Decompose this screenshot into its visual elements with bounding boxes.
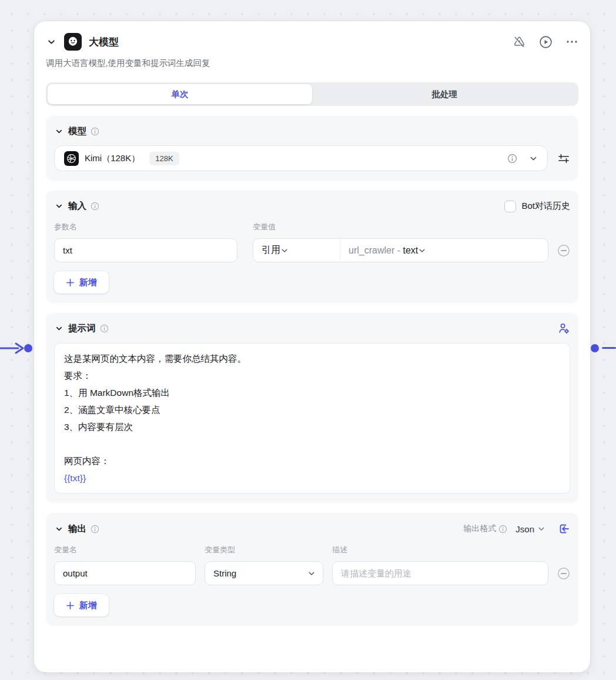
prompt-optimize-button[interactable]: [558, 322, 570, 335]
model-section: 模型 Kimi（128K） 128K: [46, 116, 578, 181]
model-context-badge: 128K: [149, 152, 179, 165]
input-collapse-button[interactable]: [54, 201, 64, 211]
prompt-editor[interactable]: 这是某网页的文本内容，需要你总结其内容。 要求： 1、用 MarkDown格式输…: [54, 343, 570, 494]
column-var-desc: 描述: [332, 545, 347, 555]
prompt-line: 1、用 MarkDown格式输出: [64, 384, 560, 401]
more-actions-button[interactable]: [565, 35, 578, 48]
user-gear-icon: [558, 322, 570, 335]
ref-field-label: text: [403, 245, 418, 256]
info-circle-icon[interactable]: [498, 525, 507, 534]
llm-node-card: 大模型 调用大: [34, 21, 590, 672]
mode-tabbar: 单次 批处理: [46, 82, 578, 106]
selected-model-label: Kimi（128K）: [85, 153, 140, 164]
add-var-button[interactable]: 新增: [54, 594, 109, 616]
minus-circle-icon: [557, 244, 570, 257]
prompt-line: 网页内容：: [64, 452, 560, 469]
param-name-input[interactable]: [54, 238, 237, 262]
prompt-section-title: 提示词: [68, 322, 96, 335]
ellipsis-icon: [565, 35, 578, 48]
output-var-row: String: [54, 561, 570, 585]
chevron-down-icon: [55, 202, 63, 210]
tab-single[interactable]: 单次: [48, 84, 312, 104]
param-value-group: 引用 url_crawler - text: [253, 238, 548, 262]
info-circle-icon[interactable]: [91, 127, 99, 136]
node-header: 大模型: [46, 32, 578, 52]
remove-var-button[interactable]: [557, 567, 570, 580]
chevron-down-icon: [55, 525, 63, 533]
prompt-line: 3、内容要有层次: [64, 418, 560, 435]
column-param-name: 参数名: [54, 222, 253, 232]
prompt-line: 这是某网页的文本内容，需要你总结其内容。: [64, 350, 560, 367]
bot-history-checkbox[interactable]: [504, 201, 516, 212]
output-format-label: 输出格式: [463, 524, 496, 534]
input-section-title: 输入: [68, 200, 86, 212]
import-output-button[interactable]: [557, 522, 570, 535]
var-type-select[interactable]: String: [205, 561, 323, 585]
output-section: 输出 输出格式 Json: [46, 513, 578, 626]
prompt-collapse-button[interactable]: [54, 324, 64, 334]
prompt-line: 要求：: [64, 367, 560, 384]
llm-bot-icon: [64, 33, 82, 51]
add-var-label: 新增: [79, 600, 97, 611]
input-section: 输入 Bot对话历史 参数名 变量值 引用 url_crawler -: [46, 191, 578, 303]
chevron-down-icon: [307, 569, 316, 578]
chevron-down-icon: [529, 154, 538, 163]
outgoing-edge: [602, 347, 616, 349]
model-section-title: 模型: [68, 125, 86, 138]
add-param-button[interactable]: 新增: [54, 271, 109, 294]
info-circle-icon[interactable]: [100, 324, 109, 333]
var-type-label: String: [213, 568, 236, 578]
output-format-select[interactable]: Json: [515, 524, 545, 534]
add-param-label: 新增: [79, 277, 97, 288]
chevron-down-icon: [280, 246, 289, 255]
import-icon: [557, 522, 570, 535]
mute-warning-button[interactable]: [513, 35, 526, 49]
node-collapse-button[interactable]: [46, 36, 57, 48]
input-param-row: 引用 url_crawler - text: [54, 238, 570, 262]
play-circle-icon: [539, 35, 553, 49]
chevron-down-icon: [55, 325, 63, 332]
var-desc-input[interactable]: [332, 561, 548, 585]
chevron-down-icon: [537, 525, 545, 533]
info-circle-icon[interactable]: [507, 154, 517, 164]
info-circle-icon[interactable]: [91, 202, 99, 211]
mute-warning-icon: [513, 35, 526, 49]
value-mode-label: 引用: [262, 244, 280, 256]
kimi-logo-icon: [64, 151, 79, 166]
run-node-button[interactable]: [539, 35, 553, 49]
chevron-down-icon: [47, 38, 56, 46]
column-var-type: 变量类型: [205, 545, 332, 555]
output-port[interactable]: [591, 344, 599, 352]
output-section-title: 输出: [68, 523, 86, 535]
value-ref-select[interactable]: url_crawler - text: [340, 239, 548, 262]
prompt-variable-token: {{txt}}: [64, 469, 560, 486]
plus-icon: [66, 278, 75, 287]
plus-icon: [66, 601, 75, 610]
model-settings-button[interactable]: [557, 152, 570, 165]
bot-history-label: Bot对话历史: [521, 201, 570, 212]
model-select[interactable]: Kimi（128K） 128K: [54, 145, 548, 171]
prompt-section: 提示词 这是某网页的文本内容，需要你总结其内容。 要求： 1、用 MarkDow…: [46, 313, 578, 503]
node-title: 大模型: [89, 35, 119, 49]
sliders-icon: [557, 152, 570, 165]
var-name-input[interactable]: [54, 561, 196, 585]
prompt-line: [64, 435, 560, 452]
input-port[interactable]: [24, 344, 32, 352]
value-mode-select[interactable]: 引用: [253, 239, 340, 262]
output-format-value: Json: [515, 524, 534, 534]
ref-node-label: url_crawler -: [349, 245, 403, 256]
chevron-down-icon: [55, 128, 63, 135]
info-circle-icon[interactable]: [91, 525, 99, 534]
chevron-down-icon: [418, 246, 426, 255]
output-collapse-button[interactable]: [54, 524, 64, 534]
incoming-edge: [0, 341, 26, 355]
column-param-value: 变量值: [253, 222, 276, 232]
column-var-name: 变量名: [54, 545, 205, 555]
minus-circle-icon: [557, 567, 570, 580]
tab-batch[interactable]: 批处理: [312, 84, 577, 104]
bot-history-toggle[interactable]: Bot对话历史: [504, 201, 570, 212]
remove-param-button[interactable]: [557, 244, 570, 257]
node-subtitle: 调用大语言模型,使用变量和提示词生成回复: [46, 56, 578, 69]
prompt-line: 2、涵盖文章中核心要点: [64, 401, 560, 418]
model-collapse-button[interactable]: [54, 126, 64, 136]
